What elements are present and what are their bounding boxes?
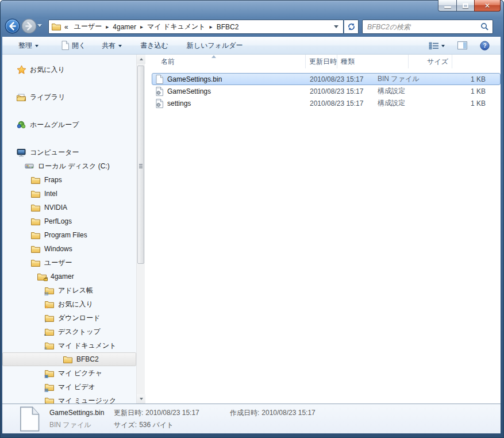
sidebar-item-ライブラリ[interactable]: ライブラリ [2,90,136,104]
file-name-cell: GameSettings.bin [152,75,306,84]
sidebar-item-ユーザー[interactable]: ユーザー [2,256,136,270]
address-bar[interactable]: «ユーザー▸4gamer▸マイ ドキュメント▸BFBC2 [48,20,344,34]
sidebar-item-label: マイ ミュージック [58,396,116,404]
column-headers: 名前更新日時種類サイズ [152,55,501,68]
breadcrumb-overflow[interactable]: « [61,22,71,32]
computer-icon [16,148,26,157]
open-button[interactable]: 開く [57,39,90,53]
sidebar-item-ローカル-ディスク-(c:)[interactable]: ローカル ディスク (C:) [2,159,136,173]
close-button[interactable]: ✕ [474,0,501,11]
breadcrumb: «ユーザー▸4gamer▸マイ ドキュメント▸BFBC2 [61,21,241,33]
breadcrumb-separator-icon[interactable]: ▸ [105,24,110,30]
sidebar-item-ダウンロード[interactable]: ↓ダウンロード [2,311,136,325]
folder-doc-icon: ≡ [44,341,55,350]
disk-icon [24,162,34,171]
forward-button[interactable] [21,18,37,34]
maximize-icon [463,3,468,8]
details-modified: 更新日時:2010/08/23 15:17 [114,408,230,418]
sidebar-item-デスクトップ[interactable]: ▪デスクトップ [2,325,136,339]
preview-pane-button[interactable] [456,40,469,51]
address-dropdown-icon[interactable] [334,25,338,28]
library-icon [16,93,26,102]
preview-pane-icon [457,41,467,49]
help-button[interactable]: ? [478,39,491,52]
details-file-name: GameSettings.bin [49,409,114,417]
sidebar-item-お気に入り[interactable]: お気に入り [2,63,136,76]
views-button[interactable] [427,40,447,51]
search-icon[interactable] [480,22,489,31]
sidebar-item-マイ-ビデオ[interactable]: ▦マイ ビデオ [2,380,136,394]
search-box [362,20,493,34]
sidebar-item-お気に入り[interactable]: ★お気に入り [2,297,136,311]
triangle-up-icon [140,58,143,60]
back-button[interactable] [5,18,20,34]
file-row-GameSettings[interactable]: GameSettings2010/08/23 15:17構成設定1 KB [152,85,501,97]
scrollbar-thumb[interactable] [137,66,144,264]
column-header-name[interactable]: 名前 [152,55,306,68]
close-icon: ✕ [484,2,490,9]
sidebar-item-label: お気に入り [58,299,93,309]
sidebar-item-perflogs[interactable]: PerfLogs [2,214,136,228]
sidebar-item-アドレス帳[interactable]: ▤アドレス帳 [2,283,136,297]
column-header-type[interactable]: 種類 [337,55,409,68]
sidebar-item-4gamer[interactable]: 4gamer [2,270,136,283]
breadcrumb-item[interactable]: BFBC2 [214,22,242,32]
file-row-GameSettings.bin[interactable]: GameSettings.bin2010/08/23 15:17BIN ファイル… [152,73,501,85]
file-type-cell: 構成設定 [374,86,445,96]
breadcrumb-separator-icon[interactable]: ▸ [209,24,214,30]
sidebar-item-コンピューター[interactable]: コンピューター [2,145,136,159]
file-list: 名前更新日時種類サイズ GameSettings.bin2010/08/23 1… [145,55,501,404]
share-button[interactable]: 共有 [97,39,126,53]
selected-file-icon [18,406,40,432]
new-folder-button[interactable]: 新しいフォルダー [182,39,248,53]
organize-button[interactable]: 整理 [14,39,43,53]
sidebar-item-windows[interactable]: Windows [2,242,136,256]
file-row-settings[interactable]: settings2010/08/23 15:17構成設定1 KB [152,97,501,109]
burn-button[interactable]: 書き込む [136,39,173,53]
sidebar-item-program-files[interactable]: Program Files [2,228,136,242]
search-input[interactable] [366,22,480,32]
sidebar-item-intel[interactable]: Intel [2,187,136,201]
scroll-up-button[interactable] [137,55,145,64]
share-label: 共有 [102,41,116,51]
refresh-button[interactable] [344,20,359,34]
sidebar-item-label: お気に入り [30,65,65,75]
open-label: 開く [72,41,86,51]
scroll-down-button[interactable] [137,394,145,404]
details-size: サイズ:536 バイト [114,420,174,430]
maximize-button[interactable] [456,0,474,11]
sidebar-item-マイ-ピクチャ[interactable]: ▣マイ ピクチャ [2,366,136,380]
column-header-modified[interactable]: 更新日時 [306,55,337,68]
sidebar-item-label: ライブラリ [30,93,65,102]
sidebar-item-nvidia[interactable]: NVIDIA [2,201,136,214]
breadcrumb-item[interactable]: ユーザー [71,21,105,33]
sidebar-item-bfbc2[interactable]: BFBC2 [2,352,136,366]
folder-icon [30,258,41,267]
chevron-down-icon [118,45,122,47]
minimize-button[interactable] [438,0,456,11]
file-name: GameSettings [167,87,211,95]
address-folder-icon [51,22,61,32]
file-size-cell: 1 KB [445,99,489,107]
breadcrumb-item[interactable]: マイ ドキュメント [144,21,209,33]
thumb-grip-icon [139,164,143,165]
breadcrumb-separator-icon[interactable]: ▸ [139,24,144,30]
column-label: サイズ [427,57,448,67]
breadcrumb-item[interactable]: 4gamer [110,22,139,32]
star-icon [16,65,26,74]
sidebar-item-label: 4gamer [51,272,74,281]
command-toolbar: 整理 開く 共有 書き込む 新しいフォルダー [2,37,501,55]
back-icon [5,18,20,34]
recent-pages-dropdown[interactable] [37,24,42,27]
sidebar-item-マイ-ミュージック[interactable]: ♪マイ ミュージック [2,394,136,404]
sidebar-item-マイ-ドキュメント[interactable]: ≡マイ ドキュメント [2,339,136,352]
file-icon [155,75,164,84]
column-header-size[interactable]: サイズ [409,55,452,68]
file-type-cell: 構成設定 [374,98,445,108]
main-content: お気に入りライブラリホームグループコンピューターローカル ディスク (C:)Fr… [2,55,501,404]
sidebar-item-label: Windows [44,245,72,253]
sidebar-item-fraps[interactable]: Fraps [2,173,136,187]
folder-icon [30,244,41,253]
tree-scrollbar[interactable] [136,55,145,404]
sidebar-item-ホームグループ[interactable]: ホームグループ [2,118,136,132]
